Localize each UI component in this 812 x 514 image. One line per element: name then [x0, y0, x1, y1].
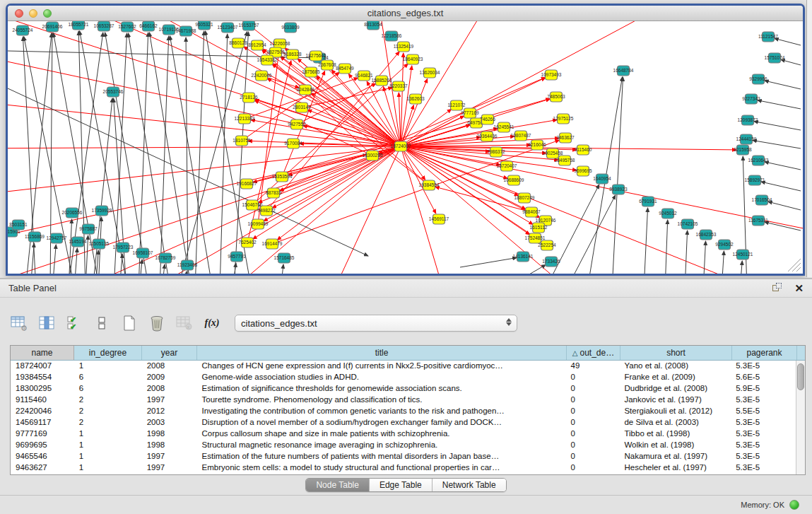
cell-name[interactable]: 9115460: [11, 395, 74, 406]
graph-node-14569117[interactable]: 14569117: [429, 214, 449, 224]
graph-node-12450121[interactable]: 12450121: [733, 250, 753, 259]
column-header-name[interactable]: name: [11, 346, 74, 360]
cell-name[interactable]: 9463627: [11, 462, 74, 474]
graph-node-8938923[interactable]: 8938923: [609, 185, 628, 194]
citation-edge-black[interactable]: [754, 122, 801, 130]
citation-edge-black[interactable]: [775, 38, 801, 45]
cell-indegree[interactable]: 6: [74, 383, 142, 395]
graph-node-12093872[interactable]: 12093872: [738, 115, 758, 125]
cell-name[interactable]: 9777169: [11, 428, 74, 440]
cell-name[interactable]: 19384554: [11, 372, 74, 383]
citation-edge-black[interactable]: [765, 222, 801, 230]
tab-network-table[interactable]: Network Table: [432, 479, 506, 491]
graph-node-10807487[interactable]: 10807487: [511, 131, 531, 141]
citation-network-graph[interactable]: 2405572420691406180557211065328715276026…: [8, 21, 803, 274]
cell-name[interactable]: 9699695: [11, 440, 74, 451]
graph-node-15123407[interactable]: 15123407: [218, 23, 238, 33]
citation-edge-black[interactable]: [8, 88, 368, 256]
citation-edge-black[interactable]: [460, 257, 517, 267]
graph-node-10653287[interactable]: 10653287: [94, 21, 114, 31]
cell-title[interactable]: Embryonic stem cells: a model to study s…: [197, 462, 566, 474]
cell-year[interactable]: 1998: [142, 428, 197, 440]
cell-indegree[interactable]: 1: [74, 428, 142, 440]
network-view-window[interactable]: citations_edges.txt 24055724206914061805…: [6, 4, 805, 276]
graph-node-9294502[interactable]: 9294502: [715, 240, 734, 250]
cell-short[interactable]: Wolkin et al. (1998): [619, 440, 731, 451]
graph-node-15751074[interactable]: 15751074: [765, 53, 785, 63]
column-header-year[interactable]: year: [142, 346, 197, 360]
graph-node-24055724[interactable]: 24055724: [13, 25, 33, 35]
table-row[interactable]: 946362711997Embryonic stem cells: a mode…: [11, 462, 796, 474]
graph-node-8912954[interactable]: 8912954: [248, 40, 266, 50]
graph-node-9975887[interactable]: 9975887: [79, 224, 98, 234]
graph-node-2367608[interactable]: 2367608: [318, 60, 336, 70]
cell-indegree[interactable]: 1: [74, 440, 142, 451]
graph-node-18055721[interactable]: 18055721: [69, 21, 89, 30]
delete-column-icon[interactable]: [148, 314, 166, 332]
citation-edge-black[interactable]: [765, 81, 801, 89]
cell-year[interactable]: 2012: [142, 406, 197, 417]
graph-node-17359928[interactable]: 17359928: [92, 206, 112, 216]
cell-title[interactable]: Estimation of the future numbers of pati…: [197, 451, 566, 462]
graph-node-11675311[interactable]: 11675311: [748, 216, 768, 226]
graph-node-12975125[interactable]: 12975125: [553, 114, 574, 124]
graph-node-14136141[interactable]: 14136141: [513, 252, 534, 262]
graph-node-8220337[interactable]: 8220337: [389, 81, 408, 91]
citation-edge-black[interactable]: [105, 33, 149, 274]
cell-pagerank[interactable]: 5.3E-5: [731, 462, 796, 474]
cell-name[interactable]: 14569117: [11, 417, 74, 428]
graph-node-9329966[interactable]: 9329966: [749, 74, 767, 84]
citation-edge-black[interactable]: [186, 37, 188, 274]
cell-year[interactable]: 2008: [142, 361, 197, 372]
graph-node-19153757[interactable]: 19153757: [239, 21, 259, 30]
graph-node-10742105[interactable]: 10742105: [678, 219, 698, 229]
citation-edge-black[interactable]: [114, 33, 127, 274]
graph-node-15892971[interactable]: 15892971: [745, 175, 765, 185]
column-header-short[interactable]: short: [620, 346, 732, 360]
cell-pagerank[interactable]: 5.3E-5: [731, 440, 796, 451]
cell-short[interactable]: Dudbridge et al. (2008): [619, 383, 731, 395]
tab-edge-table[interactable]: Edge Table: [369, 479, 432, 491]
citation-edge-black[interactable]: [149, 33, 192, 274]
cell-short[interactable]: Nakamura et al. (1997): [619, 451, 731, 462]
graph-node-1527602[interactable]: 1527602: [118, 22, 136, 32]
graph-node-9457791[interactable]: 9457791: [228, 252, 246, 262]
citation-edge-black[interactable]: [184, 271, 187, 274]
graph-node-7485063[interactable]: 7485063: [547, 92, 565, 102]
cell-outde[interactable]: 49: [566, 361, 620, 372]
cell-outde[interactable]: 0: [566, 462, 620, 474]
close-panel-icon[interactable]: ✕: [794, 283, 804, 293]
select-columns-icon[interactable]: ✔✔: [65, 314, 83, 332]
cell-short[interactable]: Hescheler et al. (1997): [619, 462, 731, 474]
citation-edge-red[interactable]: [401, 146, 460, 274]
cell-title[interactable]: Corpus callosum shape and size in male p…: [197, 428, 566, 440]
graph-node-18640923[interactable]: 18640923: [403, 54, 423, 64]
table-row[interactable]: 1830029562008Estimation of significance …: [11, 383, 796, 395]
column-header-outde[interactable]: △out_de…: [567, 346, 620, 360]
citation-edge-red[interactable]: [8, 146, 401, 148]
graph-node-11923468[interactable]: 11923468: [177, 260, 198, 270]
cell-outde[interactable]: 0: [566, 395, 620, 406]
scrollbar-thumb[interactable]: [797, 363, 804, 390]
cell-year[interactable]: 1997: [142, 395, 197, 406]
graph-node-9033809[interactable]: 9033809: [281, 23, 300, 33]
cell-year[interactable]: 2003: [142, 417, 197, 428]
function-builder-icon[interactable]: f(x): [203, 314, 221, 332]
cell-year[interactable]: 1998: [142, 440, 197, 451]
table-row[interactable]: 1938455462009Genome-wide association stu…: [11, 372, 796, 383]
citation-edge-black[interactable]: [220, 34, 228, 274]
cell-outde[interactable]: 0: [566, 428, 620, 440]
cell-name[interactable]: 18724007: [11, 361, 74, 372]
graph-node-8503151[interactable]: 8503151: [9, 220, 28, 230]
citation-edge-black[interactable]: [758, 100, 801, 109]
graph-node-10688609[interactable]: 10688609: [504, 175, 524, 185]
citation-edge-black[interactable]: [685, 230, 688, 274]
graph-node-16210643[interactable]: 16210643: [748, 156, 769, 165]
cell-title[interactable]: Genome-wide association studies in ADHD.: [197, 372, 566, 383]
table-settings-icon[interactable]: ⚙: [10, 314, 28, 332]
minimize-window-button[interactable]: [29, 9, 37, 18]
cell-short[interactable]: Tibbo et al. (1998): [619, 428, 731, 440]
graph-node-20206556[interactable]: 20206556: [62, 208, 83, 218]
graph-node-18807249[interactable]: 18807249: [514, 193, 535, 203]
citation-edge-black[interactable]: [781, 59, 801, 65]
